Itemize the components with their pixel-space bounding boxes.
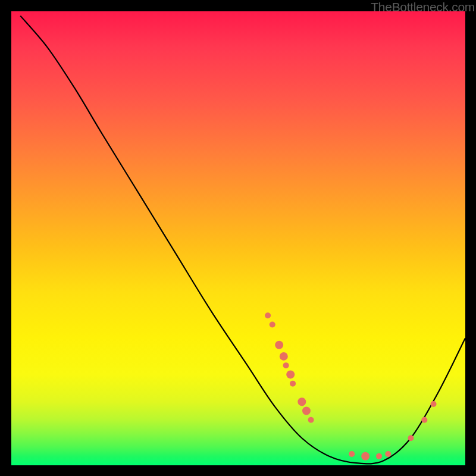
data-point (298, 397, 306, 406)
data-point (376, 453, 382, 459)
data-point (385, 451, 391, 457)
plot-area (11, 11, 465, 465)
data-point (408, 435, 414, 441)
data-point (286, 370, 295, 378)
data-point (280, 352, 288, 361)
main-curve (20, 16, 465, 464)
watermark-text: TheBottleneck.com (371, 0, 475, 14)
data-point (431, 401, 437, 407)
data-point (275, 341, 283, 349)
data-point (361, 452, 369, 461)
data-point (421, 417, 427, 423)
data-point (308, 417, 314, 423)
data-point (290, 381, 296, 387)
chart-overlay (11, 11, 465, 465)
data-point (349, 451, 355, 457)
data-point (302, 406, 311, 415)
data-point (283, 362, 289, 368)
data-point (270, 321, 275, 327)
data-point (265, 312, 271, 318)
data-points (265, 312, 436, 461)
